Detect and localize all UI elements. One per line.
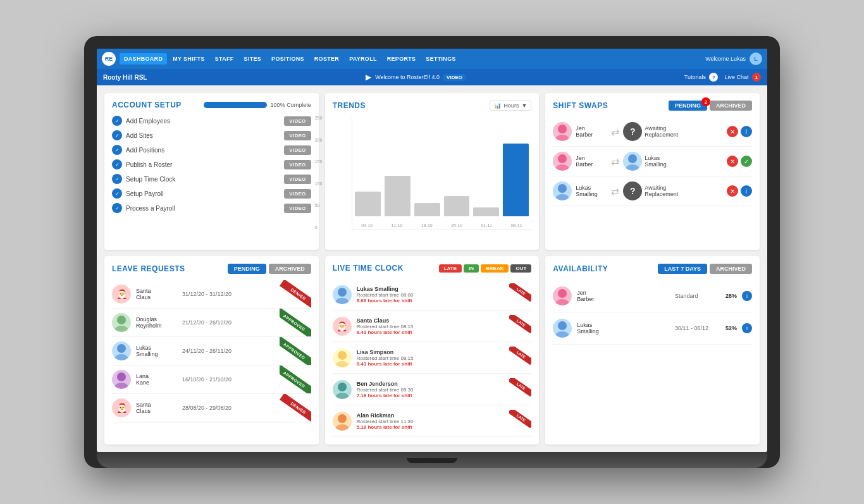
info-swap-3[interactable]: i (741, 185, 752, 197)
avatar-santa-1: 🎅 (112, 285, 131, 304)
check-icon-employees: ✓ (112, 116, 122, 126)
nav-item-staff[interactable]: STAFF (211, 53, 238, 65)
late-ribbon-2: LATE (509, 315, 531, 333)
bar-0111 (473, 207, 499, 216)
chart-label-0811: 08-11 (511, 223, 522, 228)
avatar-douglas (112, 313, 131, 332)
info-icon-jen[interactable]: i (742, 291, 752, 301)
late-ribbon-wrap-1: LATE (509, 283, 531, 305)
tab-pending-leave[interactable]: PENDING (228, 264, 266, 274)
chart-y-labels: 250 200 150 100 50 0 (315, 116, 323, 230)
avatar-lukas-3 (553, 181, 572, 200)
tab-archived-avail[interactable]: ARCHIVED (710, 264, 752, 274)
video-btn-employees[interactable]: VIDEO (284, 116, 311, 126)
shift-swaps-title: SHIFT SWAPS (553, 101, 608, 110)
location-label: Rooty Hill RSL (103, 74, 147, 81)
tab-last7days[interactable]: LAST 7 DAYS (658, 264, 707, 274)
progress-text: 100% Complete (271, 102, 311, 108)
tab-archived-swaps[interactable]: ARCHIVED (710, 101, 752, 111)
video-btn-sites[interactable]: VIDEO (284, 131, 311, 140)
svg-point-12 (117, 372, 126, 381)
deny-swap-3[interactable]: ✕ (727, 185, 738, 197)
video-btn-process-payroll[interactable]: VIDEO (284, 204, 311, 213)
svg-point-19 (335, 393, 349, 399)
clock-late-santa: 8.43 hours late for shift (357, 329, 505, 335)
nav-item-positions[interactable]: POSITIONS (267, 53, 309, 65)
nav-item-dashboard[interactable]: DASHBOARD (120, 53, 167, 65)
nav-item-myshifts[interactable]: MY SHIFTS (168, 53, 209, 65)
clock-item-lisa: Lisa Simpson Rostered start time 08:15 8… (333, 342, 532, 374)
swap-name-jen-1: JenBarber (576, 125, 607, 138)
chart-labels: 04-10 11-10 18-10 25-10 01-11 08-11 (352, 223, 532, 228)
livechat-link[interactable]: Live Chat 1 (724, 73, 761, 82)
setup-item-payroll: ✓ Setup Payroll VIDEO (112, 188, 311, 199)
late-ribbon-3: LATE (509, 347, 531, 365)
setup-label-process-payroll: Process a Payroll (126, 205, 175, 212)
leave-name-lana: LanaKane (136, 373, 177, 386)
chart-label-1110: 11-10 (392, 223, 403, 228)
avatar-jen-1 (553, 122, 572, 141)
clock-late-alan: 5.18 hours late for shift (357, 424, 505, 430)
video-badge[interactable]: VIDEO (443, 74, 466, 81)
bar-2510 (444, 196, 470, 216)
nav-right: Welcome Lukas L (705, 52, 762, 65)
tab-archived-leave[interactable]: ARCHIVED (269, 264, 311, 274)
tab-late[interactable]: LATE (439, 264, 462, 273)
swap-name-jen-2: JenBarber (576, 155, 607, 168)
video-btn-positions[interactable]: VIDEO (284, 145, 311, 155)
approve-swap-2[interactable]: ✓ (741, 156, 752, 167)
leave-item-4: LanaKane 16/10/20 - 21/10/20 APPROVED (112, 366, 311, 394)
avail-item-jen: JenBarber Standard 28% i (553, 280, 752, 312)
tab-out[interactable]: OUT (510, 264, 531, 273)
tab-pending-swaps[interactable]: PENDING 2 (669, 101, 707, 111)
leave-name-douglas: DouglasReynholm (136, 316, 177, 329)
deny-swap-1[interactable]: ✕ (727, 126, 738, 137)
video-btn-timeclock[interactable]: VIDEO (284, 175, 311, 184)
clock-detail-lukas: Rostered start time 08:00 (357, 292, 505, 298)
awaiting-avatar-1: ? (623, 122, 642, 141)
svg-point-13 (114, 383, 128, 389)
tutorials-link[interactable]: Tutorials ? (684, 73, 719, 82)
svg-point-4 (628, 154, 637, 163)
nav-items: DASHBOARD MY SHIFTS STAFF SITES POSITION… (120, 53, 705, 65)
welcome-text: Welcome Lukas (705, 56, 746, 62)
avail-type-jen: Standard (675, 293, 713, 299)
deny-swap-2[interactable]: ✕ (727, 156, 738, 167)
late-ribbon-5: LATE (509, 410, 531, 428)
swap-target-1: ? AwaitingReplacement (623, 122, 723, 141)
clock-item-alan: Alan Rickman Rostered start time 11:30 5… (333, 405, 532, 437)
nav-avatar: L (750, 52, 762, 65)
y-label-250: 250 (315, 116, 323, 120)
late-ribbon-1: LATE (509, 283, 531, 302)
clock-info-lukas: Lukas Smalling Rostered start time 08:00… (357, 286, 505, 304)
leave-name-santa-1: SantaClaus (136, 288, 177, 300)
approved-ribbon-2: APPROVED (280, 309, 311, 336)
bar-1110 (385, 176, 410, 216)
setup-label-payroll: Setup Payroll (126, 190, 163, 197)
nav-item-roster[interactable]: ROSTER (310, 53, 343, 65)
clock-detail-alan: Rostered start time 11:30 (357, 419, 505, 424)
swap-actions-3: ✕ i (727, 185, 752, 197)
nav-item-sites[interactable]: SITES (240, 53, 266, 65)
clock-item-santa: 🎅 Santa Claus Rostered start time 08:15 … (333, 310, 532, 342)
info-swap-1[interactable]: i (741, 126, 752, 137)
svg-point-22 (558, 289, 567, 298)
avatar-santa-2: 🎅 (112, 398, 131, 417)
setup-item-timeclock: ✓ Setup Time Clock VIDEO (112, 174, 311, 184)
avail-pct-jen: 28% (718, 293, 737, 299)
svg-point-11 (114, 354, 128, 360)
video-btn-payroll[interactable]: VIDEO (284, 189, 311, 199)
tab-in[interactable]: IN (464, 264, 479, 273)
swap-actions-2: ✕ ✓ (727, 156, 752, 167)
y-label-50: 50 (315, 203, 323, 207)
nav-item-reports[interactable]: REPORTS (383, 53, 421, 65)
nav-item-payroll[interactable]: PAYROLL (345, 53, 381, 65)
nav-item-settings[interactable]: SETTINGS (421, 53, 460, 65)
avatar-lukas-clock (333, 285, 352, 304)
video-btn-roster[interactable]: VIDEO (284, 160, 311, 169)
svg-point-1 (555, 135, 569, 141)
info-icon-lukas[interactable]: i (742, 323, 752, 333)
clock-name-lisa: Lisa Simpson (357, 349, 505, 355)
tab-break[interactable]: BREAK (481, 264, 509, 273)
avatar-jen-2 (553, 152, 572, 171)
